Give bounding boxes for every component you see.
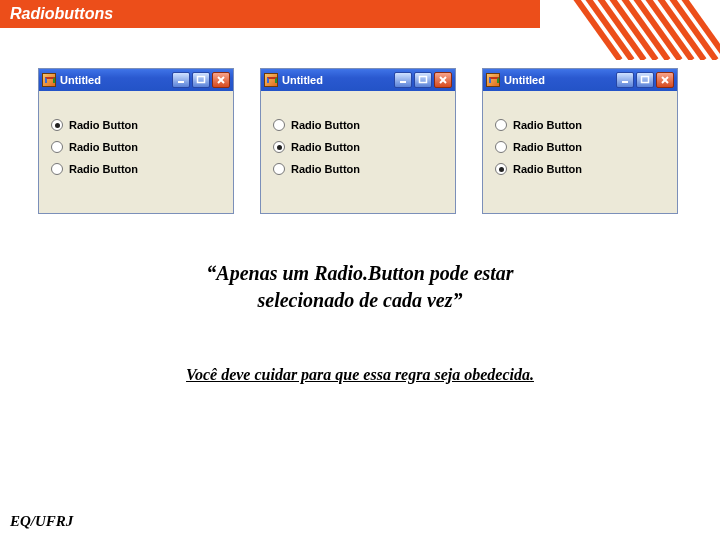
slide-header: Radiobuttons: [0, 0, 540, 28]
close-button[interactable]: [434, 72, 452, 88]
slide-title: Radiobuttons: [10, 5, 113, 23]
radio-label: Radio Button: [69, 119, 138, 131]
radio-option[interactable]: Radio Button: [495, 141, 665, 153]
radio-label: Radio Button: [69, 163, 138, 175]
radio-label: Radio Button: [513, 119, 582, 131]
radio-label: Radio Button: [291, 141, 360, 153]
app-icon: [264, 73, 278, 87]
svg-rect-19: [642, 77, 649, 83]
svg-rect-11: [198, 77, 205, 83]
radio-label: Radio Button: [291, 119, 360, 131]
radio-option[interactable]: Radio Button: [273, 141, 443, 153]
radio-label: Radio Button: [513, 163, 582, 175]
slide-rule-text: Você deve cuidar para que essa regra sej…: [0, 366, 720, 384]
radio-indicator-icon: [495, 119, 507, 131]
titlebar: Untitled: [39, 69, 233, 91]
minimize-button[interactable]: [394, 72, 412, 88]
radio-indicator-icon: [495, 141, 507, 153]
titlebar: Untitled: [483, 69, 677, 91]
radio-label: Radio Button: [69, 141, 138, 153]
svg-rect-15: [420, 77, 427, 83]
quote-line-2: selecionado de cada vez”: [258, 289, 463, 311]
radio-option[interactable]: Radio Button: [495, 163, 665, 175]
corner-decoration: [560, 0, 720, 60]
close-button[interactable]: [212, 72, 230, 88]
window-title: Untitled: [60, 74, 168, 86]
radio-indicator-icon: [495, 163, 507, 175]
slide-quote: “Apenas um Radio.Button pode estar selec…: [0, 260, 720, 314]
example-window: Untitled Radio Button Radio Button Radio…: [260, 68, 456, 214]
window-body: Radio Button Radio Button Radio Button: [261, 91, 455, 213]
radio-indicator-icon: [273, 141, 285, 153]
radio-indicator-icon: [273, 163, 285, 175]
radio-indicator-icon: [51, 119, 63, 131]
maximize-button[interactable]: [192, 72, 210, 88]
quote-line-1: “Apenas um Radio.Button pode estar: [206, 262, 513, 284]
close-button[interactable]: [656, 72, 674, 88]
radio-label: Radio Button: [291, 163, 360, 175]
slide-footer: EQ/UFRJ: [10, 513, 73, 530]
radio-indicator-icon: [51, 141, 63, 153]
minimize-button[interactable]: [616, 72, 634, 88]
radio-label: Radio Button: [513, 141, 582, 153]
window-title: Untitled: [504, 74, 612, 86]
radio-option[interactable]: Radio Button: [51, 119, 221, 131]
radio-option[interactable]: Radio Button: [273, 163, 443, 175]
titlebar: Untitled: [261, 69, 455, 91]
app-icon: [42, 73, 56, 87]
example-window: Untitled Radio Button Radio Button Radio…: [482, 68, 678, 214]
maximize-button[interactable]: [414, 72, 432, 88]
radio-indicator-icon: [273, 119, 285, 131]
radio-option[interactable]: Radio Button: [273, 119, 443, 131]
radio-option[interactable]: Radio Button: [51, 141, 221, 153]
example-window: Untitled Radio Button Radio Button Radio…: [38, 68, 234, 214]
radio-indicator-icon: [51, 163, 63, 175]
minimize-button[interactable]: [172, 72, 190, 88]
maximize-button[interactable]: [636, 72, 654, 88]
radio-option[interactable]: Radio Button: [51, 163, 221, 175]
window-body: Radio Button Radio Button Radio Button: [39, 91, 233, 213]
window-body: Radio Button Radio Button Radio Button: [483, 91, 677, 213]
window-title: Untitled: [282, 74, 390, 86]
radio-option[interactable]: Radio Button: [495, 119, 665, 131]
app-icon: [486, 73, 500, 87]
